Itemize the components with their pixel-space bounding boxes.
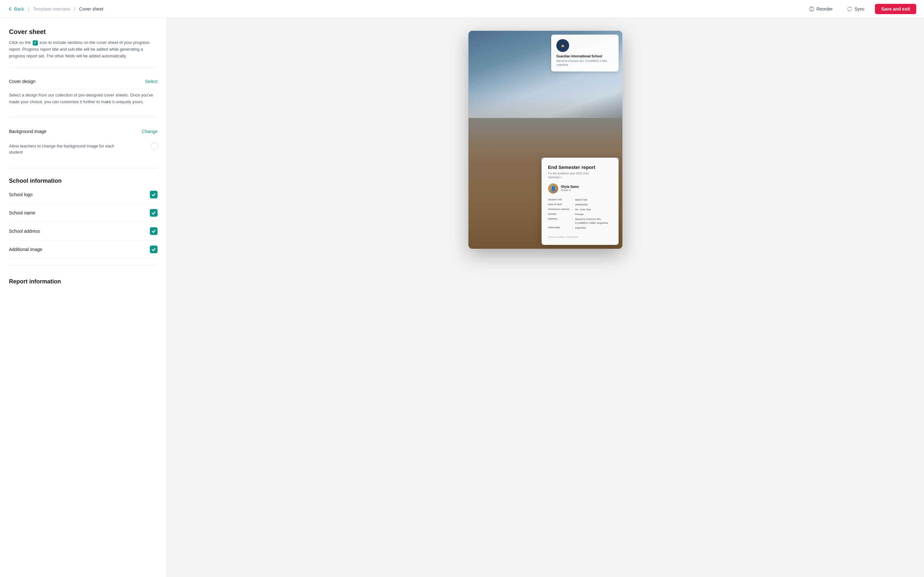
allow-change-row: Allow teachers to change the background …: [9, 139, 158, 162]
label-student-uid: Student UID: [548, 198, 571, 201]
background-image-label: Background image: [9, 129, 47, 134]
breadcrumb-current: Cover sheet: [79, 6, 103, 11]
cover-design-label: Cover design: [9, 79, 36, 84]
main-layout: Cover sheet Click on the icon to include…: [0, 18, 924, 577]
divider-3: [9, 168, 158, 169]
background-image-change-button[interactable]: Change: [142, 129, 158, 134]
school-information-heading: School information: [9, 175, 158, 184]
report-title: End Semester report: [548, 164, 612, 171]
cover-design-desc: Select a design from our collection of p…: [9, 89, 158, 111]
reorder-label: Reorder: [817, 6, 833, 11]
breadcrumb-slash: /: [74, 6, 75, 11]
info-row-nationality: Nationality : Argentina: [548, 226, 612, 229]
save-exit-button[interactable]: Save and exit: [875, 4, 917, 14]
header-left: Back | Template overview / Cover sheet: [8, 6, 103, 11]
sync-label: Sync: [855, 6, 864, 11]
cover-sheet-title: Cover sheet: [9, 28, 158, 35]
additional-image-checkbox[interactable]: [150, 245, 158, 253]
school-name-checkbox[interactable]: [150, 209, 158, 217]
background-image-row: Background image Change: [9, 124, 158, 139]
school-logo-preview: 🏫: [556, 39, 569, 52]
student-info: Shyla Sams Grade 5: [561, 185, 579, 192]
school-logo-inner: 🏫: [561, 44, 564, 47]
student-row: 👤 Shyla Sams Grade 5: [548, 183, 612, 193]
school-logo-label: School logo: [9, 192, 32, 197]
breadcrumb-parent: Template overview: [33, 6, 70, 11]
inline-checkbox-icon: [33, 40, 38, 45]
checkmark-icon: [152, 229, 156, 234]
back-button[interactable]: Back: [8, 6, 24, 11]
preview-container: 🏫 Guardian International School Macacha …: [468, 31, 622, 249]
school-address-row: School address: [9, 222, 158, 240]
cover-design-select-button[interactable]: Select: [145, 79, 158, 84]
checkmark-icon: [152, 247, 156, 251]
chevron-left-icon: [8, 6, 13, 11]
reorder-button[interactable]: Reorder: [805, 4, 837, 14]
student-avatar: 👤: [548, 183, 558, 193]
label-address: Address: [548, 218, 571, 220]
school-name-row: School name: [9, 204, 158, 222]
header-right: Reorder Sync Save and exit: [805, 4, 916, 14]
report-footer: Date of creation: 01/06/2024: [548, 233, 612, 239]
label-nationality: Nationality: [548, 226, 571, 229]
info-row-homeroom: Homeroom advisor : Ms. Joan Doe: [548, 208, 612, 211]
breadcrumb-separator: |: [28, 6, 29, 11]
label-dob: Date of birth: [548, 203, 571, 206]
school-card-name: Guardian International School: [556, 55, 614, 58]
info-row-dob: Date of birth : 09/06/2004: [548, 203, 612, 206]
value-gender: Female: [575, 213, 612, 216]
school-info-card: 🏫 Guardian International School Macacha …: [551, 35, 619, 71]
report-card: End Semester report For the academic yea…: [541, 158, 619, 245]
info-row-address: Address : Macacha Güemes 351, C1106BKG C…: [548, 218, 612, 224]
label-homeroom: Homeroom advisor: [548, 208, 571, 211]
back-label: Back: [14, 6, 24, 11]
school-logo-row: School logo: [9, 185, 158, 204]
report-subtitle: For the academic year 2023-2024: [548, 172, 612, 175]
school-address-label: School address: [9, 229, 40, 234]
allow-change-checkbox[interactable]: [151, 143, 158, 149]
student-grade: Grade 5: [561, 189, 579, 192]
checkmark-icon: [152, 192, 156, 197]
info-table: Student UID : IMDS7789 Date of birth : 0…: [548, 198, 612, 229]
allow-change-text: Allow teachers to change the background …: [9, 143, 124, 155]
reorder-icon: [809, 6, 814, 12]
school-address-checkbox[interactable]: [150, 227, 158, 235]
app-header: Back | Template overview / Cover sheet R…: [0, 0, 924, 18]
value-nationality: Argentina: [575, 226, 612, 229]
additional-image-label: Additional image: [9, 247, 42, 252]
info-row-gender: Gender : Female: [548, 213, 612, 216]
checkmark-icon: [152, 211, 156, 215]
cover-sheet-description: Click on the icon to include sections on…: [9, 39, 158, 59]
value-student-uid: IMDS7789: [575, 198, 612, 201]
student-name: Shyla Sams: [561, 185, 579, 189]
report-information-heading: Report information: [9, 272, 158, 285]
school-logo-checkbox[interactable]: [150, 191, 158, 198]
right-panel: 🏫 Guardian International School Macacha …: [167, 18, 924, 577]
school-name-label: School name: [9, 210, 35, 215]
sync-icon: [846, 6, 853, 12]
school-card-address-2: Argentina: [556, 63, 614, 67]
additional-image-row: Additional image: [9, 240, 158, 259]
info-row-student-uid: Student UID : IMDS7789: [548, 198, 612, 201]
left-panel: Cover sheet Click on the icon to include…: [0, 18, 167, 577]
label-gender: Gender: [548, 213, 571, 215]
school-card-address-1: Macacha Güemes 351, C1106BKG CABA: [556, 59, 614, 63]
cover-design-row: Cover design Select: [9, 74, 158, 89]
value-address: Macacha Güemes 351, C1106BKG CABA, Argen…: [575, 218, 612, 224]
value-dob: 09/06/2004: [575, 203, 612, 206]
value-homeroom: Ms. Joan Doe: [575, 208, 612, 211]
sync-button[interactable]: Sync: [843, 4, 868, 14]
divider-4: [9, 265, 158, 266]
report-semester: Semester 1: [548, 176, 612, 179]
